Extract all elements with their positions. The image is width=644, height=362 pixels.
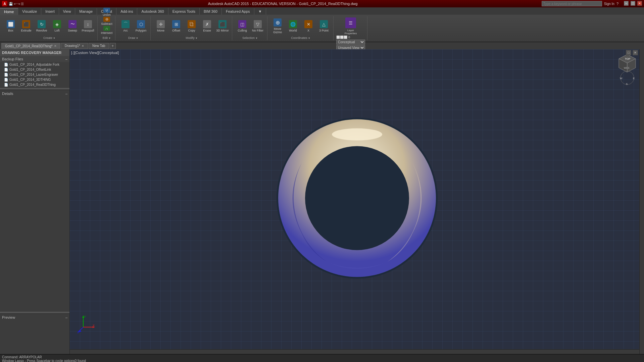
list-item[interactable]: 📄 Gold1_CP_2014_Adjustable Fork [0,62,69,67]
ribbon-group-edit-items: ∪ Union ⊖ Subtract ∩ Intersect [100,17,113,36]
doc-tab-2[interactable]: Drawing1* ✕ [61,43,88,49]
backup-files-header[interactable]: Backup Files – [0,56,69,62]
movegizmo-button[interactable]: ⊕ Move Gizmo [270,17,285,36]
file-icon: 📄 [4,68,8,71]
ribbon-group-create-items: ⬜ Box ⬛ Extrude ↻ Revolve ◈ Loft 〜 Swe [3,17,95,36]
viewport-restore-button[interactable]: ✕ [633,50,638,55]
box-button[interactable]: ⬜ Box [3,17,18,36]
main-layout: DRAWING RECOVERY MANAGER Backup Files – … [0,49,644,354]
style-select[interactable]: Conceptual Wireframe Realistic [336,40,365,45]
polygon-icon: ⬡ [137,20,145,28]
list-item[interactable]: 📄 Gold1_CP_2014_OffsetLink [0,67,69,72]
world-icon: 🌐 [289,20,297,28]
subtract-button[interactable]: ⊖ Subtract [100,17,113,25]
arc-icon: ⌒ [121,20,130,28]
vertical-scrollbar[interactable] [639,49,644,354]
union-button[interactable]: ∪ Union [100,8,113,16]
doc-tab-3[interactable]: New Tab [89,43,109,49]
copy-button[interactable]: ⿻ Copy [184,17,199,36]
3point-button[interactable]: △ 3 Point [316,17,331,36]
move-button[interactable]: ✛ Move [153,17,168,36]
erase-button[interactable]: ✗ Erase [200,17,214,36]
file-icon: 📄 [4,73,8,76]
ring-top-highlight [332,128,382,141]
culling-button[interactable]: ◫ Culling [235,17,250,36]
search-input[interactable] [542,1,602,6]
nofilter-button[interactable]: ▽ No Filter [250,17,265,36]
ribbon-group-coordinates-label[interactable]: Coordinates ▼ [291,36,310,40]
offset-button[interactable]: ⊞ Offset [169,17,184,36]
ribbon-group-create-label[interactable]: Create ▼ [43,36,55,40]
extrude-icon: ⬛ [22,20,30,28]
tab-expresstools[interactable]: Express Tools [168,8,200,15]
tab-addins[interactable]: Add-ins [116,8,137,15]
help-icon[interactable]: ? [616,2,618,6]
svg-text:Z: Z [77,330,79,334]
viewport-maximize-button[interactable]: □ [626,50,631,55]
window-controls: Sign In ? – □ ✕ [542,1,642,6]
close-button[interactable]: ✕ [637,1,642,6]
sign-in-button[interactable]: Sign In [604,2,614,6]
add-tab-button[interactable]: + [110,43,116,49]
details-header[interactable]: Details – [2,92,67,96]
nav-cube[interactable]: N S W E TOP WCS [614,53,641,86]
tab-visualize[interactable]: Visualize [18,8,41,15]
ribbon-group-draw-label[interactable]: Draw ▼ [128,36,138,40]
quick-access-toolbar: 💾 ↩ ↪ ☰ [9,2,24,6]
x-button[interactable]: ✕ X [301,17,316,36]
extrude-button[interactable]: ⬛ Extrude [19,17,34,36]
revolve-button[interactable]: ↻ Revolve [34,17,49,36]
app-logo[interactable]: A [2,1,7,6]
doc-tab-1[interactable]: Gold1_CP_2014_Real3DThing* ✕ [1,43,60,49]
file-icon: 📄 [4,63,8,66]
ribbon-group-layers: ☰ Layer Properties ⬜⬜⬜ 0 Conceptual Wire… [334,16,367,40]
tab-insert[interactable]: Insert [41,8,59,15]
drawing-recovery-title: DRAWING RECOVERY MANAGER [0,49,69,56]
command-line-1: Command: ARRAYPOLAR [2,355,642,359]
sweep-button[interactable]: 〜 Sweep [65,17,80,36]
move-icon: ✛ [157,20,165,28]
3point-icon: △ [320,20,328,28]
horizontal-scrollbar[interactable] [70,349,639,354]
world-button[interactable]: 🌐 World [286,17,300,36]
details-section: Details – [0,90,69,311]
arc-button[interactable]: ⌒ Arc [118,17,133,36]
maximize-button[interactable]: □ [631,1,635,6]
svg-text:Y: Y [84,315,86,318]
list-item[interactable]: 📄 Gold1_CP_2014_LazerEngraver [0,72,69,77]
file-tree: 📄 Gold1_CP_2014_Adjustable Fork 📄 Gold1_… [0,62,69,87]
svg-text:S: S [626,83,628,86]
ribbon-group-edit-label[interactable]: Edit ▼ [103,36,111,40]
tab-manage[interactable]: Manage [75,8,97,15]
tab-home[interactable]: Home [0,8,18,15]
axis-indicator: Y X Z [77,314,97,334]
preview-header[interactable]: Preview – [2,315,67,319]
3dmirror-button[interactable]: ⬛ 3D Mirror [215,17,230,36]
tab-bim360[interactable]: BIM 360 [200,8,222,15]
polygon-button[interactable]: ⬡ Polygon [134,17,148,36]
tab-close-2[interactable]: ✕ [82,44,84,48]
intersect-button[interactable]: ∩ Intersect [100,26,113,35]
ribbon-group-edit: ∪ Union ⊖ Subtract ∩ Intersect Edit ▼ [98,16,115,40]
tab-featuredapps[interactable]: Featured Apps [222,8,254,15]
nofilter-icon: ▽ [254,20,262,28]
resize-handle-2[interactable] [0,312,69,313]
list-item[interactable]: 📄 Gold1_CP_2014_Real3DThing [0,82,69,87]
layerprops-button[interactable]: ☰ Layer Properties [341,17,360,36]
tab-view[interactable]: View [59,8,76,15]
ribbon-group-coordinates: ⊕ Move Gizmo 🌐 World ✕ X △ 3 Point Coord… [268,16,334,40]
ribbon-group-modify-label[interactable]: Modify ▼ [186,36,197,40]
file-icon: 📄 [4,78,8,82]
list-item[interactable]: 📄 Gold1_CP_2014_3DTHING [0,77,69,82]
title-bar-left: A 💾 ↩ ↪ ☰ [2,1,24,6]
viewport[interactable]: [-][Custom View][Conceptual] □ ✕ [70,49,644,354]
tab-close-1[interactable]: ✕ [54,44,57,48]
ribbon-group-selection-label[interactable]: Selection ▼ [242,36,258,40]
tab-more[interactable]: ▼ [254,8,266,15]
resize-handle[interactable] [0,88,69,89]
tab-autodesk360[interactable]: Autodesk 360 [137,8,168,15]
minimize-button[interactable]: – [624,1,629,6]
presspull-button[interactable]: ↕ Presspull [81,17,95,36]
svg-text:E: E [633,77,635,80]
loft-button[interactable]: ◈ Loft [50,17,64,36]
